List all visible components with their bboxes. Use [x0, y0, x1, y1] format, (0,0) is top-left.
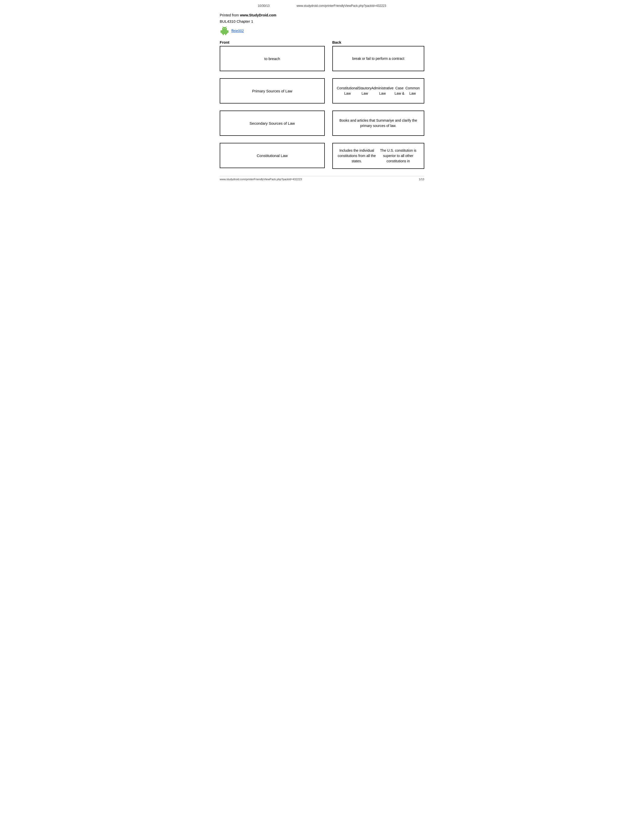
back-card: Books and articles that Summariye and cl…	[332, 111, 425, 136]
card-row: Secondary Sources of LawBooks and articl…	[220, 111, 424, 136]
back-card: Constitutional LawStautory LawAdministra…	[332, 78, 425, 103]
svg-rect-6	[221, 30, 222, 33]
footer-url: www.studydroid.com/printerFriendlyViewPa…	[220, 178, 302, 181]
front-card: to breach	[220, 46, 325, 71]
chapter-title: BUL4310 Chapter 1	[220, 19, 424, 24]
front-col: to breach	[220, 46, 332, 71]
front-card: Secondary Sources of Law	[220, 111, 325, 136]
date-label: 10/30/13	[258, 4, 270, 8]
android-icon	[220, 26, 229, 35]
back-col: break or fail to perform a contract	[332, 46, 425, 71]
back-col: Includes the individual constitutions fr…	[332, 143, 425, 169]
svg-rect-9	[225, 34, 226, 35]
top-bar: 10/30/13 www.studydroid.com/printerFrien…	[220, 3, 424, 10]
top-url: www.studydroid.com/printerFriendlyViewPa…	[296, 4, 386, 8]
card-row: Primary Sources of LawConstitutional Law…	[220, 78, 424, 103]
printed-from-label: Printed from	[220, 13, 240, 17]
columns-header: Front Back	[220, 40, 424, 44]
svg-line-4	[222, 26, 223, 27]
front-col: Constitutional Law	[220, 143, 332, 168]
svg-point-1	[222, 27, 227, 31]
back-col: Books and articles that Summariye and cl…	[332, 111, 425, 136]
back-header: Back	[332, 40, 425, 44]
front-card: Constitutional Law	[220, 143, 325, 168]
user-link[interactable]: ffeie002	[231, 29, 244, 33]
svg-rect-8	[223, 34, 224, 35]
printed-from: Printed from www.StudyDroid.com	[220, 13, 424, 17]
svg-point-2	[224, 28, 224, 29]
front-col: Secondary Sources of Law	[220, 111, 332, 136]
svg-point-3	[225, 28, 225, 29]
back-card: Includes the individual constitutions fr…	[332, 143, 425, 169]
back-card: break or fail to perform a contract	[332, 46, 425, 71]
card-row: to breachbreak or fail to perform a cont…	[220, 46, 424, 71]
bottom-bar: www.studydroid.com/printerFriendlyViewPa…	[220, 176, 424, 181]
card-row: Constitutional LawIncludes the individua…	[220, 143, 424, 169]
svg-line-5	[226, 26, 227, 27]
back-col: Constitutional LawStautory LawAdministra…	[332, 78, 425, 103]
user-row: ffeie002	[220, 26, 424, 35]
front-col: Primary Sources of Law	[220, 78, 332, 103]
footer-page: 1/13	[419, 178, 424, 181]
cards-container: to breachbreak or fail to perform a cont…	[220, 46, 424, 169]
svg-rect-7	[227, 30, 229, 33]
site-name: www.StudyDroid.com	[240, 13, 276, 17]
front-header: Front	[220, 40, 332, 44]
front-card: Primary Sources of Law	[220, 78, 325, 103]
